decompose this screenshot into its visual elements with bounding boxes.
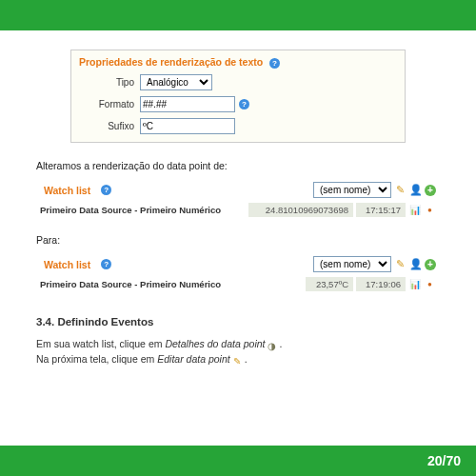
edit-icon: ✎ — [233, 354, 245, 366]
bottom-bar: 20/70 — [0, 446, 476, 476]
page-content: Propriedades de renderização de texto ? … — [0, 30, 476, 446]
chart-icon[interactable]: 📊 — [408, 278, 421, 290]
watch-list-before: Watch list ? (sem nome) ✎ 👤 + Primeiro D… — [36, 179, 440, 221]
help-icon[interactable]: ? — [101, 185, 111, 195]
chart-icon[interactable]: 📊 — [408, 204, 421, 216]
value-readout: 23,57ºC — [306, 277, 353, 291]
text-render-properties-panel: Propriedades de renderização de texto ? … — [70, 50, 406, 143]
label-tipo: Tipo — [79, 77, 140, 88]
row-formato: Formato ? — [79, 96, 397, 112]
row-tipo: Tipo Analógico — [79, 74, 397, 90]
help-icon[interactable]: ? — [239, 99, 249, 109]
pencil-icon[interactable]: ✎ — [394, 184, 407, 196]
watch-list-select[interactable]: (sem nome) — [313, 256, 391, 272]
time-readout: 17:15:17 — [356, 203, 406, 217]
details-icon: ◑ — [268, 339, 279, 350]
watch-list-after: Watch list ? (sem nome) ✎ 👤 + Primeiro D… — [36, 253, 440, 295]
status-dot-icon: ● — [424, 204, 436, 216]
add-icon[interactable]: + — [425, 185, 436, 196]
sufixo-input[interactable] — [140, 118, 235, 134]
time-readout: 17:19:06 — [356, 277, 406, 291]
label-formato: Formato — [79, 99, 140, 109]
panel-title: Propriedades de renderização de texto — [79, 56, 263, 68]
datapoint-label: Primeiro Data Source - Primeiro Numérico — [40, 279, 303, 289]
datapoint-label: Primeiro Data Source - Primeiro Numérico — [40, 205, 246, 215]
label-sufixo: Sufixo — [79, 121, 140, 131]
tipo-select[interactable]: Analógico — [140, 74, 212, 90]
watch-list-title: Watch list — [40, 181, 94, 200]
watch-list-title: Watch list — [40, 255, 94, 274]
pencil-icon[interactable]: ✎ — [394, 258, 407, 270]
section-heading: 3.4. Definindo Eventos — [36, 316, 440, 327]
top-bar — [0, 0, 476, 30]
user-icon[interactable]: 👤 — [409, 258, 422, 270]
row-sufixo: Sufixo — [79, 118, 397, 134]
help-icon[interactable]: ? — [269, 58, 280, 69]
paragraph-before: Alteramos a renderização do data point d… — [36, 160, 440, 171]
add-icon[interactable]: + — [425, 259, 436, 270]
formato-input[interactable] — [140, 96, 235, 112]
paragraph-para: Para: — [36, 234, 440, 246]
body-paragraph: Em sua watch list, clique em Detalhes do… — [36, 337, 440, 367]
value-readout: 24.81010969073698 — [248, 203, 353, 217]
watch-list-select[interactable]: (sem nome) — [313, 182, 391, 198]
user-icon[interactable]: 👤 — [409, 184, 422, 196]
status-dot-icon: ● — [424, 278, 436, 290]
help-icon[interactable]: ? — [101, 259, 111, 269]
page-counter: 20/70 — [427, 453, 461, 468]
